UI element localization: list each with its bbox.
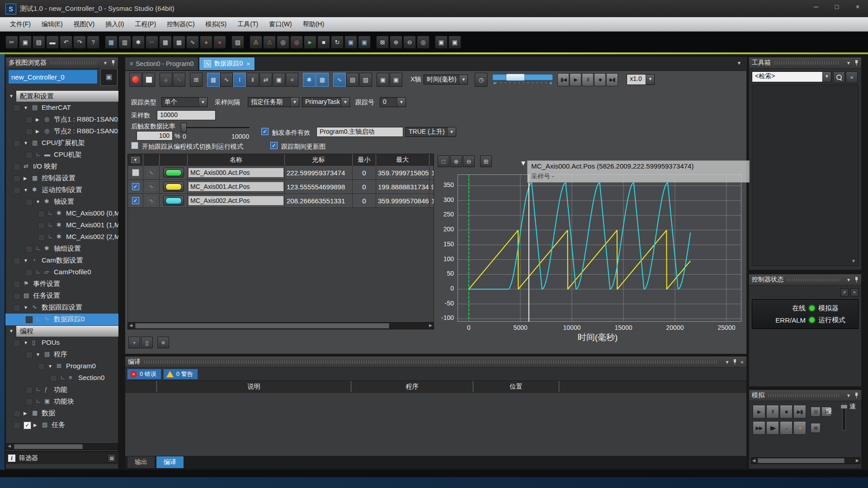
tree-item[interactable]: ▶◎节点2 : R88D-1SAN02H xyxy=(5,126,118,137)
redo-button[interactable]: ↷ xyxy=(73,36,86,49)
editor-tab-2[interactable]: ∿数据跟踪0× xyxy=(199,57,255,70)
go-online-button[interactable]: ► xyxy=(304,36,316,49)
delete-button[interactable]: ▬ xyxy=(46,36,59,49)
value-table-button[interactable]: ▦ xyxy=(316,73,329,87)
interval-select[interactable]: 指定任务期▼ xyxy=(248,97,299,107)
expander-icon[interactable]: ▶ xyxy=(33,422,37,427)
tree-item[interactable]: ∟✱MC_Axis002 (2,MC1 xyxy=(5,231,118,243)
chevron-down-icon[interactable]: ▼ xyxy=(846,393,851,398)
compile-column-1[interactable]: 说明 xyxy=(157,381,351,392)
post-trigger-input[interactable]: 100 xyxy=(137,131,173,141)
tree-item[interactable]: ∟▱CamProfile0 xyxy=(5,267,118,278)
expander-icon[interactable]: ▼ xyxy=(24,258,28,263)
help-button[interactable]: ? xyxy=(87,36,99,49)
sim-stop-button[interactable]: ■ xyxy=(780,405,793,418)
tree-item[interactable]: ▼▤程序 xyxy=(5,349,118,361)
compile-column-2[interactable]: 程序 xyxy=(351,381,473,392)
bottom-tab-1[interactable]: 输出 xyxy=(127,456,155,469)
zoom-select-button[interactable]: ◎ xyxy=(417,36,429,49)
scroll-left-icon[interactable]: ◀ xyxy=(8,444,11,448)
slider-thumb[interactable] xyxy=(506,74,525,81)
chevron-down-icon[interactable]: ▼ xyxy=(725,360,730,365)
display-checkbox[interactable]: ✓ xyxy=(132,183,139,190)
tree-item[interactable]: ∟✱轴组设置 xyxy=(5,243,118,255)
column-header-4[interactable]: 最大 xyxy=(376,154,429,166)
tree-item[interactable]: ∟✱MC_Axis000 (0,MC1 xyxy=(5,208,118,220)
chart-select-button[interactable]: □ xyxy=(438,155,449,167)
chevron-down-icon[interactable]: ▼ xyxy=(447,127,456,136)
scroll-right-icon[interactable]: ▶ xyxy=(856,458,859,463)
playback-last-button[interactable]: ▶▮ xyxy=(606,73,618,86)
expander-icon[interactable]: ▼ xyxy=(24,305,28,310)
menu-item-1[interactable]: 文件(F) xyxy=(5,17,36,31)
tree-item[interactable]: ∟▬CPU机架 xyxy=(5,149,118,161)
synchronize-button[interactable]: ↻ xyxy=(331,36,344,49)
show-two-cursors-button[interactable]: ‖ xyxy=(246,73,259,87)
trace-chart[interactable] xyxy=(458,174,741,322)
trigger-position-button[interactable]: ◈ xyxy=(160,73,172,87)
toolbox-expand-icon[interactable]: ▼ xyxy=(851,258,856,263)
filter-bar[interactable]: i 筛选器 ▨ xyxy=(5,451,118,464)
retrigger-button[interactable]: ∿ xyxy=(173,73,185,87)
variable-row-3[interactable]: ✓∿MC_Axis002.Act.Pos208.2666635513310359… xyxy=(128,194,434,208)
post-trigger-slider-track[interactable] xyxy=(182,127,250,129)
playback-first-button[interactable]: ▮◀ xyxy=(557,73,569,86)
bug-run-button[interactable]: ● xyxy=(213,36,226,49)
tree-item[interactable]: ▶▦数据 xyxy=(5,408,118,419)
x-axis-select[interactable]: 时间(毫秒)▼ xyxy=(424,75,468,84)
chevron-down-icon[interactable]: ▼ xyxy=(341,98,349,107)
sim-step-in-button[interactable]: ▶▮ xyxy=(793,405,806,418)
controller-selector[interactable]: new_Controller_0 xyxy=(8,70,98,84)
chevron-down-icon[interactable]: ▼ xyxy=(397,98,406,107)
tab-close-icon[interactable]: × xyxy=(246,61,250,67)
column-header-1[interactable]: 名称 xyxy=(188,154,285,166)
trigger-variable-input[interactable]: Program0.主轴启动 xyxy=(316,127,403,137)
column-header-2[interactable]: 光标 xyxy=(285,154,353,166)
warning-count-chip[interactable]: 0 警告 xyxy=(163,369,198,380)
rebuild-project-button[interactable]: ⚠ xyxy=(263,36,276,49)
pin-icon[interactable] xyxy=(733,359,737,365)
zoom-out-button[interactable]: ⊖ xyxy=(403,36,416,49)
playback-play-button[interactable]: ▶ xyxy=(570,73,581,86)
simulation-hscrollbar[interactable]: ◀ ▶ xyxy=(751,457,860,464)
tree-item[interactable]: ∟∿数据跟踪0 xyxy=(5,314,118,325)
global-setting-1-button[interactable]: ▣ xyxy=(435,36,448,49)
overlay-traces-button[interactable]: ≈ xyxy=(286,73,298,87)
menu-item-3[interactable]: 视图(V) xyxy=(68,17,100,31)
bottom-tab-2[interactable]: 编译 xyxy=(156,456,184,469)
trigger-enable-checkbox[interactable]: ✓ xyxy=(261,128,269,135)
chevron-down-icon[interactable]: ▼ xyxy=(846,61,851,66)
tree-item[interactable]: ∟✱MC_Axis001 (1,MC1 xyxy=(5,220,118,231)
post-trigger-slider-handle[interactable] xyxy=(181,123,187,132)
chevron-down-icon[interactable]: ▼ xyxy=(459,75,467,84)
expander-icon[interactable]: ▼ xyxy=(36,199,40,204)
expander-icon[interactable]: ▶ xyxy=(36,129,39,134)
mixed-view-button[interactable]: ▨ xyxy=(359,73,372,87)
line-color-button[interactable] xyxy=(163,182,184,192)
list-view-button[interactable]: ≡ xyxy=(157,337,169,348)
show-line-button[interactable]: ∿ xyxy=(220,73,233,87)
chevron-down-icon[interactable]: ▼ xyxy=(846,277,851,282)
menu-item-8[interactable]: 工具(T) xyxy=(232,17,264,31)
sim-pause-button[interactable]: Ⅱ xyxy=(766,405,779,418)
crop-view-button[interactable]: ⊠ xyxy=(376,36,389,49)
tree-item[interactable]: ∟ƒ功能 xyxy=(5,384,118,396)
tab-list-icon[interactable]: ▼ xyxy=(737,61,741,66)
display-checkbox[interactable] xyxy=(132,169,139,176)
monitor-button[interactable]: ▣ xyxy=(344,36,357,49)
sidebar-hscrollbar[interactable]: ◀ xyxy=(6,443,118,450)
line-color-button[interactable] xyxy=(163,196,184,206)
check-all-programs-button[interactable]: ◎ xyxy=(277,36,289,49)
cut-button[interactable]: ✂ xyxy=(5,36,18,49)
error-count-chip[interactable]: ×0 错误 xyxy=(127,369,161,380)
menu-item-4[interactable]: 插入(I) xyxy=(100,17,129,31)
transfer-settings-button[interactable]: ⊞ xyxy=(190,73,203,87)
global-setting-2-button[interactable]: ▣ xyxy=(448,36,461,49)
playback-pause-button[interactable]: Ⅱ xyxy=(582,73,594,86)
3d-view-button[interactable]: ▦ xyxy=(105,36,118,49)
digital-view-button[interactable]: ▤ xyxy=(346,73,359,87)
column-header-3[interactable]: 最小 xyxy=(353,154,376,166)
toolbox-search-input[interactable]: <检索> ▼ xyxy=(752,71,831,82)
io-grid-button[interactable]: ▩ xyxy=(173,36,185,49)
chevron-down-icon[interactable]: ▼ xyxy=(198,98,207,107)
